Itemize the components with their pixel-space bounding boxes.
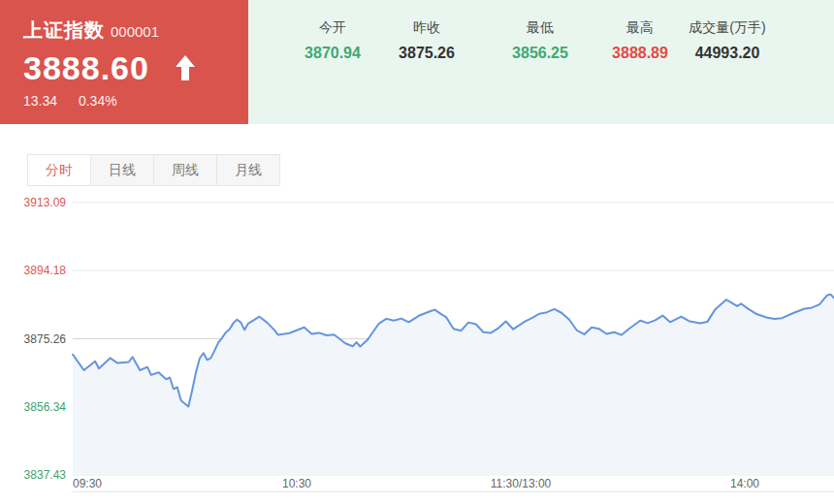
intraday-chart: 3913.093894.183875.263856.343837.4309:30… bbox=[0, 0, 834, 504]
price-line-svg[interactable] bbox=[0, 0, 834, 504]
price-area-fill bbox=[73, 295, 834, 475]
